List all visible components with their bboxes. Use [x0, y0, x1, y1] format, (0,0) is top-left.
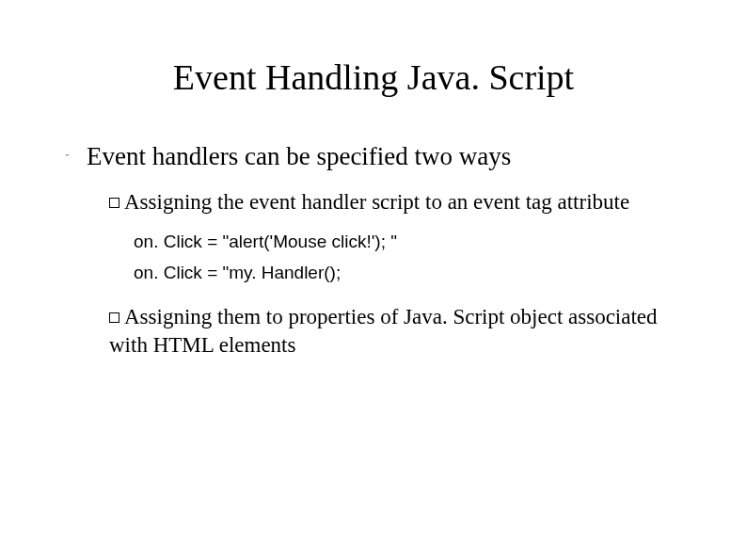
- sub-bullet-text: Assigning them to properties of Java. Sc…: [109, 303, 681, 360]
- code-line: on. Click = "alert('Mouse click!'); ": [134, 226, 681, 257]
- bullet-text: Event handlers can be specified two ways: [87, 141, 511, 173]
- bullet-level2: Assigning them to properties of Java. Sc…: [109, 303, 681, 360]
- sub-bullet-text: Assigning the event handler script to an…: [109, 188, 629, 216]
- code-line: on. Click = "my. Handler();: [134, 257, 681, 288]
- code-block: on. Click = "alert('Mouse click!'); " on…: [134, 226, 681, 289]
- bullet-level2: Assigning the event handler script to an…: [109, 188, 681, 216]
- slide-title: Event Handling Java. Script: [66, 56, 681, 98]
- slide: Event Handling Java. Script " Event hand…: [0, 0, 747, 407]
- bullet-marker-icon: ": [66, 141, 87, 173]
- bullet-level1: " Event handlers can be specified two wa…: [66, 141, 681, 173]
